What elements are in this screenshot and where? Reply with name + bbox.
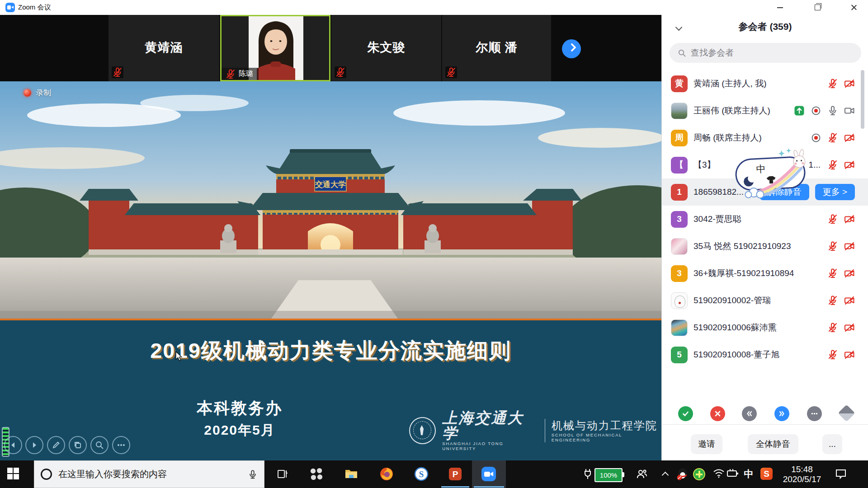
slide-department: 本科教务办 — [0, 398, 479, 419]
logo-university-cn: 上海交通大学 — [442, 410, 538, 441]
logo-school-cn: 机械与动力工程学院 — [552, 419, 661, 432]
logo-university-en: SHANGHAI JIAO TONG UNIVERSITY — [442, 441, 538, 451]
mute-all-button[interactable]: 全体静音 — [748, 434, 798, 454]
battery-percent: 100% — [600, 471, 617, 479]
search-icon — [678, 49, 686, 57]
participant-name: 519020910002-管瑞 — [693, 295, 821, 306]
participant-search-input[interactable]: 查找参会者 — [670, 43, 861, 63]
start-button[interactable] — [7, 468, 20, 480]
magnifier-button[interactable] — [90, 436, 108, 454]
annotate-pencil-button[interactable] — [47, 436, 65, 454]
participant-row[interactable]: 王丽伟 (联席主持人) — [662, 97, 868, 124]
sjtu-seal-icon — [409, 417, 436, 444]
clear-reactions-icon[interactable] — [838, 404, 855, 422]
participant-row[interactable]: 周 周畅 (联席主持人) — [662, 124, 868, 151]
yes-check-button[interactable] — [678, 406, 693, 421]
more-reactions-button[interactable] — [807, 406, 822, 421]
camera-off-icon — [844, 241, 855, 252]
close-button[interactable] — [837, 0, 864, 14]
shared-screen: 交通大学 录制 2019级机械动力类专业分流实施细则 本科教务办 2020年5月… — [0, 81, 661, 460]
camera-off-icon — [844, 132, 855, 143]
custom-cursor-sticker: 中 — [723, 146, 818, 201]
sogou-input-icon[interactable]: S — [760, 468, 773, 480]
tray-expand-chevron-icon[interactable] — [661, 471, 670, 478]
camera-off-icon — [844, 268, 855, 279]
avatar: 5 — [671, 347, 688, 363]
dictation-mic-icon[interactable] — [248, 469, 258, 479]
people-icon[interactable] — [635, 468, 649, 480]
taskbar-clock[interactable]: 15:48 2020/5/17 — [778, 465, 826, 484]
window-title: Zoom 会议 — [18, 3, 51, 12]
camera-off-icon — [844, 214, 855, 225]
pinwheel-app-icon[interactable] — [309, 466, 324, 482]
action-center-icon[interactable] — [834, 468, 848, 480]
footer-more-button[interactable]: ... — [822, 434, 842, 454]
next-slide-button[interactable] — [25, 436, 43, 454]
task-view-button[interactable] — [275, 466, 290, 482]
camera-off-icon — [844, 322, 855, 333]
restore-button[interactable] — [804, 0, 831, 14]
zoom-app-icon — [5, 3, 15, 12]
video-tile[interactable]: 尔顺 潘 — [442, 15, 551, 81]
power-plug-icon[interactable] — [582, 468, 593, 480]
file-explorer-icon[interactable] — [344, 466, 359, 482]
avatar: 【 — [671, 157, 688, 174]
slide-title: 2019级机械动力类专业分流实施细则 — [0, 337, 661, 365]
scrollbar-thumb[interactable] — [861, 70, 864, 129]
participant-row[interactable]: 519020910002-管瑞 — [662, 287, 868, 314]
taskbar-search-input[interactable]: 在这里输入你要搜索的内容 — [34, 460, 264, 488]
battery-indicator[interactable]: 100% — [594, 468, 623, 482]
participant-name: 王丽伟 (联席主持人) — [693, 105, 788, 117]
mic-muted-icon — [335, 66, 346, 78]
slide-photo-sjtu-gate: 交通大学 — [0, 81, 661, 319]
participant-row[interactable]: 5 519020910008-董子旭 — [662, 341, 868, 368]
go-slower-button[interactable] — [742, 406, 757, 421]
minimize-button[interactable] — [766, 0, 793, 14]
camera-off-icon — [844, 295, 855, 306]
s-browser-icon[interactable]: S — [414, 466, 429, 482]
participant-row[interactable]: 黄 黄靖涵 (主持人, 我) — [662, 70, 868, 97]
camera-off-icon — [844, 160, 855, 170]
participant-row[interactable]: 3 3042-贾思聪 — [662, 206, 868, 233]
participant-row[interactable]: 3 36+魏厚祺-519021910894 — [662, 260, 868, 287]
powerpoint-icon[interactable]: P — [448, 466, 463, 482]
taskbar-search-placeholder: 在这里输入你要搜索的内容 — [58, 468, 241, 480]
wifi-icon[interactable] — [712, 468, 725, 478]
more-button[interactable]: 更多 > — [815, 184, 855, 200]
go-faster-button[interactable] — [774, 406, 789, 421]
next-videos-button[interactable] — [562, 39, 581, 58]
avatar: 周 — [671, 130, 688, 146]
battery-tray-icon[interactable] — [726, 468, 740, 478]
video-tile[interactable]: 黄靖涵 — [108, 15, 219, 81]
participant-video-name: 朱文骏 — [331, 39, 441, 56]
mic-muted-icon — [827, 78, 838, 89]
powerpoint-running-indicator — [441, 486, 469, 488]
previous-slide-button[interactable] — [4, 436, 22, 454]
more-tools-button[interactable] — [112, 436, 130, 454]
firefox-icon[interactable] — [379, 466, 394, 482]
ime-language-indicator[interactable]: 中 — [743, 468, 755, 480]
participant-name: 黄靖涵 (主持人, 我) — [693, 78, 821, 89]
zoom-taskbar-tile[interactable] — [472, 460, 506, 488]
camera-on-icon — [844, 105, 855, 116]
participant-row[interactable]: 519020910006蘇沛熏 — [662, 314, 868, 341]
no-x-button[interactable] — [710, 406, 725, 421]
video-tile[interactable]: 朱文骏 — [331, 15, 441, 81]
svg-text:中: 中 — [756, 164, 766, 174]
invite-button[interactable]: 邀请 — [691, 434, 722, 454]
mic-muted-icon — [827, 322, 838, 333]
zoom-running-indicator — [474, 486, 504, 488]
video-tile-active-speaker[interactable]: 陈璐 — [220, 15, 330, 81]
sjtu-logo-block: 上海交通大学 SHANGHAI JIAO TONG UNIVERSITY 机械与… — [409, 410, 661, 451]
participant-video-name: 黄靖涵 — [108, 39, 219, 56]
participant-name: 36+魏厚祺-519021910894 — [693, 267, 821, 279]
participant-name: 519020910008-董子旭 — [693, 349, 821, 361]
antivirus-icon[interactable] — [693, 468, 705, 480]
windows-taskbar: 在这里输入你要搜索的内容 S — [0, 460, 868, 488]
slides-overview-button[interactable] — [69, 436, 87, 454]
qq-icon[interactable] — [676, 467, 689, 481]
recording-label: 录制 — [36, 88, 51, 98]
search-placeholder: 查找参会者 — [691, 47, 734, 59]
participant-row[interactable]: 35马 悦然 519021910923 — [662, 233, 868, 260]
participant-name: 周畅 (联席主持人) — [693, 132, 805, 144]
